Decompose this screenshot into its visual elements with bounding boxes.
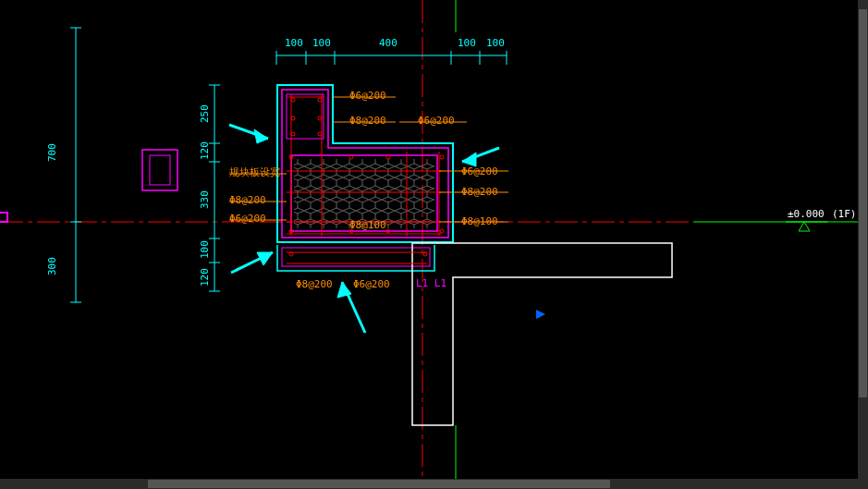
svg-point-49 (289, 252, 293, 256)
rebar-r7: Φ6@200 (461, 165, 498, 177)
section-outline-bottom (277, 245, 434, 271)
rebar-r5: Φ8@200 (229, 194, 266, 206)
rebar-r11: Φ8@200 (296, 278, 333, 290)
dim-left-300: 300 (46, 257, 58, 275)
wall-label: L1 L1 (416, 277, 446, 289)
play-icon[interactable] (536, 310, 545, 319)
svg-point-42 (440, 155, 444, 159)
cyan-arrow-3 (231, 252, 273, 273)
dim-inner-100: 100 (199, 240, 211, 259)
dim-inner-250: 250 (199, 104, 211, 123)
dim-top-5: 100 (486, 37, 505, 49)
svg-marker-63 (462, 153, 476, 166)
dim-left-700: 700 (46, 143, 58, 162)
rebar-r9: Φ8@100 (461, 215, 498, 227)
dim-inner-120b: 120 (199, 268, 211, 287)
cyan-arrow-1 (229, 125, 268, 143)
dim-top-1: 100 (285, 37, 303, 49)
top-dimensions: 100 100 400 100 100 (276, 37, 507, 65)
rebar-r1: Φ6@200 (349, 90, 386, 102)
rebar-r3: Φ6@200 (418, 115, 455, 127)
level-marker: ±0.000 (1F) (786, 208, 857, 231)
wall-section (412, 243, 672, 425)
magenta-element-left (142, 150, 177, 190)
svg-point-44 (440, 229, 444, 233)
rebar-r8: Φ8@200 (461, 186, 498, 198)
level-elevation: ±0.000 (788, 208, 825, 220)
svg-point-40 (318, 132, 322, 136)
hex-hatch-fill (294, 159, 434, 228)
rebar-r6: Φ6@200 (229, 213, 266, 225)
left-outer-dimensions: 700 300 (46, 28, 81, 302)
svg-point-50 (423, 252, 427, 256)
magenta-marker-left (0, 213, 7, 222)
svg-rect-19 (150, 155, 170, 185)
rebar-r10: Φ8@100 (349, 219, 386, 231)
scrollbar-thumb-h[interactable] (148, 480, 610, 488)
rebar-r4: 规块板设宽 (229, 166, 280, 178)
svg-marker-61 (254, 129, 268, 143)
level-floor: (1F) (832, 208, 857, 220)
dim-top-3: 400 (379, 37, 397, 49)
svg-point-39 (291, 132, 295, 136)
svg-point-35 (291, 98, 295, 102)
left-inner-dimensions: 250 120 330 100 120 (199, 85, 220, 291)
dim-inner-330: 330 (199, 190, 211, 209)
dim-top-4: 100 (458, 37, 476, 49)
scrollbar-thumb-v[interactable] (859, 9, 867, 397)
svg-rect-18 (142, 150, 177, 190)
svg-point-38 (318, 116, 322, 120)
dim-top-2: 100 (312, 37, 331, 49)
rebar-r12: Φ6@200 (353, 278, 390, 290)
svg-point-36 (318, 98, 322, 102)
rebar-r2: Φ8@200 (349, 115, 386, 127)
svg-marker-69 (799, 222, 810, 231)
dim-inner-120a: 120 (199, 141, 211, 160)
svg-point-37 (291, 116, 295, 120)
cyan-arrow-2 (462, 148, 499, 166)
